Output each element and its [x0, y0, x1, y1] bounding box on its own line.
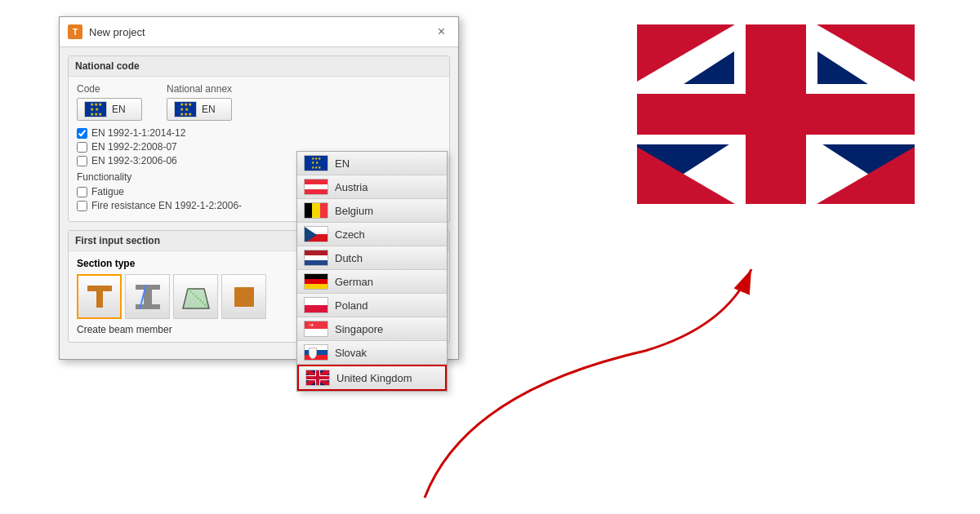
dropdown-item-czech[interactable]: Czech	[297, 223, 447, 246]
annex-select[interactable]: ★★★★ ★★★★ EN	[167, 98, 232, 121]
section-icon-trap[interactable]	[173, 274, 218, 319]
code-select[interactable]: ★★★★ ★★★★ EN	[77, 98, 142, 121]
checkbox-fire-input[interactable]	[77, 201, 87, 211]
code-value: EN	[112, 104, 126, 115]
flag-german	[304, 273, 328, 290]
uk-flag-large	[637, 24, 915, 204]
dialog-title-area: T New project	[68, 24, 145, 39]
dropdown-label-singapore: Singapore	[335, 323, 383, 335]
flag-belgium	[304, 202, 328, 219]
svg-rect-2	[96, 291, 103, 308]
annex-group: National annex ★★★★ ★★★★ EN	[167, 83, 232, 121]
svg-rect-1	[87, 286, 112, 291]
flag-slovak	[304, 344, 328, 361]
flag-austria	[304, 179, 328, 195]
checkbox-fatigue-input[interactable]	[77, 187, 87, 197]
flag-singapore: ☽★	[304, 321, 328, 337]
dropdown-item-austria[interactable]: Austria	[297, 175, 447, 199]
code-group: Code ★★★★ ★★★★ EN	[77, 83, 142, 121]
i-section-svg	[131, 281, 164, 313]
svg-rect-3	[136, 285, 160, 290]
dropdown-item-poland[interactable]: Poland	[297, 294, 447, 317]
annex-label: National annex	[167, 83, 232, 95]
dialog-titlebar: T New project ×	[60, 17, 458, 47]
flag-czech	[304, 226, 328, 242]
dropdown-item-singapore[interactable]: ☽★ Singapore	[297, 317, 447, 341]
section-icon-i[interactable]	[125, 274, 170, 319]
checkbox-en1992-3-label: EN 1992-3:2006-06	[91, 155, 177, 166]
dropdown-label-uk: United Kingdom	[336, 372, 412, 384]
eu-flag-annex: ★★★★ ★★★★	[174, 101, 197, 117]
dropdown-item-uk[interactable]: United Kingdom	[297, 365, 447, 391]
checkbox-en1992-1-label: EN 1992-1-1:2014-12	[91, 127, 185, 139]
checkbox-en1992-1-input[interactable]	[77, 128, 87, 139]
dropdown-label-en: EN	[335, 157, 350, 170]
close-button[interactable]: ×	[433, 24, 450, 40]
dropdown-label-german: German	[335, 276, 373, 288]
trap-section-svg	[180, 281, 212, 313]
section-icon-rect[interactable]	[221, 274, 266, 319]
code-label: Code	[77, 83, 142, 95]
national-code-panel-title: National code	[69, 56, 449, 77]
checkbox-fatigue-label: Fatigue	[91, 186, 124, 197]
dropdown-label-austria: Austria	[335, 181, 368, 193]
dropdown-item-dutch[interactable]: Dutch	[297, 246, 447, 270]
national-annex-dropdown: ★★★★ ★★★★ EN Austria Belgium Czech	[296, 151, 448, 392]
checkbox-en1992-1: EN 1992-1-1:2014-12	[77, 127, 441, 139]
dropdown-label-dutch: Dutch	[335, 252, 363, 264]
dropdown-label-slovak: Slovak	[335, 347, 367, 359]
checkbox-fire-label: Fire resistance EN 1992-1-2:2006-	[91, 200, 242, 211]
rect-section-svg	[228, 281, 261, 313]
flag-en: ★★★★ ★★★★	[304, 155, 328, 171]
section-icon-t[interactable]	[77, 274, 122, 319]
dropdown-item-en[interactable]: ★★★★ ★★★★ EN	[297, 152, 447, 175]
flag-uk	[305, 370, 330, 386]
flag-poland	[304, 297, 328, 313]
dropdown-item-german[interactable]: German	[297, 270, 447, 294]
dropdown-item-slovak[interactable]: Slovak	[297, 341, 447, 365]
t-section-svg	[83, 281, 116, 313]
dropdown-label-poland: Poland	[335, 299, 368, 312]
dropdown-label-czech: Czech	[335, 228, 365, 241]
app-icon: T	[68, 24, 82, 39]
checkbox-en1992-3-input[interactable]	[77, 156, 87, 166]
dropdown-item-belgium[interactable]: Belgium	[297, 199, 447, 223]
svg-rect-10	[234, 287, 254, 307]
flag-dutch	[304, 250, 328, 266]
checkbox-en1992-2-input[interactable]	[77, 142, 87, 153]
dialog-title: New project	[89, 26, 145, 38]
dropdown-label-belgium: Belgium	[335, 205, 373, 217]
eu-flag-code: ★★★★ ★★★★	[84, 101, 107, 117]
checkbox-en1992-2-label: EN 1992-2:2008-07	[91, 141, 177, 153]
annex-value: EN	[202, 104, 216, 115]
